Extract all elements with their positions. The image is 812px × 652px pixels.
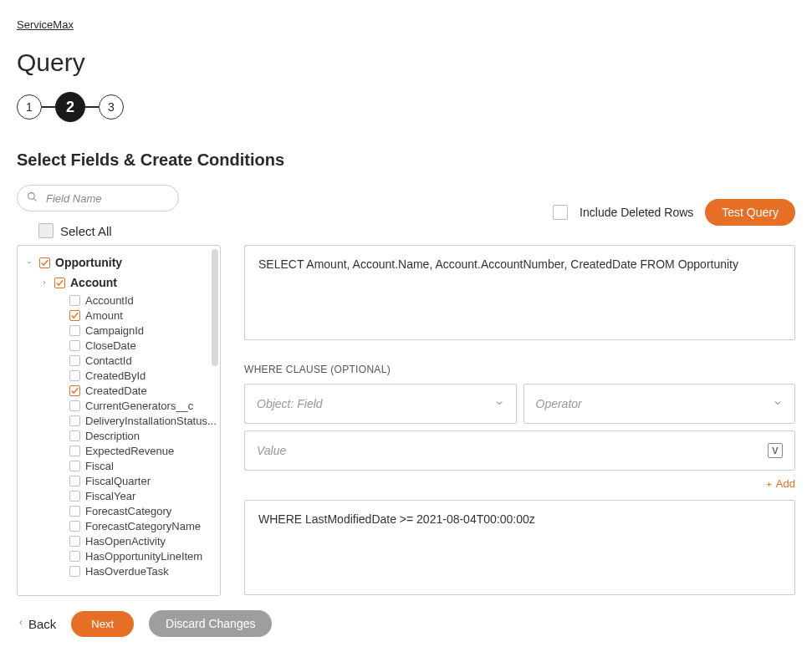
tree-field[interactable]: HasOpenActivity	[26, 533, 217, 548]
stepper: 1 2 3	[17, 92, 795, 122]
tree-field[interactable]: CurrentGenerators__c	[26, 398, 217, 413]
back-button[interactable]: Back	[17, 617, 56, 631]
tree-field[interactable]: CreatedById	[26, 368, 217, 383]
field-label: CreatedById	[85, 369, 146, 382]
field-checkbox[interactable]	[69, 536, 80, 547]
field-label: CurrentGenerators__c	[85, 400, 193, 412]
field-checkbox[interactable]	[69, 340, 80, 351]
tree-node-account[interactable]: Account	[26, 273, 217, 293]
field-label: CampaignId	[85, 324, 144, 337]
step-3[interactable]: 3	[99, 94, 124, 120]
field-checkbox[interactable]	[69, 295, 80, 306]
field-checkbox[interactable]	[69, 506, 80, 517]
query-preview: SELECT Amount, Account.Name, Account.Acc…	[244, 245, 795, 340]
tree-field[interactable]: CampaignId	[26, 323, 217, 338]
next-button[interactable]: Next	[71, 611, 134, 637]
field-label: Account	[70, 276, 117, 289]
field-label: Description	[85, 430, 140, 442]
field-tree: OpportunityAccountAccountIdAmountCampaig…	[17, 245, 221, 596]
value-variable-icon[interactable]: V	[768, 443, 783, 458]
field-label: FiscalQuarter	[85, 475, 151, 487]
step-connector	[42, 106, 55, 108]
field-label: ExpectedRevenue	[85, 445, 174, 457]
where-clause-heading: WHERE CLAUSE (OPTIONAL)	[244, 364, 795, 375]
field-checkbox[interactable]	[69, 491, 80, 502]
field-label: Opportunity	[55, 256, 122, 269]
operator-select[interactable]: Operator	[523, 384, 796, 424]
field-checkbox[interactable]	[69, 325, 80, 336]
field-checkbox[interactable]	[69, 385, 80, 396]
field-label: HasOverdueTask	[85, 565, 169, 578]
include-deleted-checkbox[interactable]	[553, 205, 568, 220]
select-all-label: Select All	[60, 224, 112, 238]
field-checkbox[interactable]	[69, 310, 80, 321]
page-title: Query	[17, 48, 795, 77]
breadcrumb[interactable]: ServiceMax	[17, 18, 74, 31]
field-label: DeliveryInstallationStatus...	[85, 415, 217, 427]
field-checkbox[interactable]	[69, 355, 80, 366]
tree-field[interactable]: HasOverdueTask	[26, 563, 217, 578]
field-checkbox[interactable]	[69, 461, 80, 471]
step-1[interactable]: 1	[17, 94, 42, 120]
tree-node-opportunity[interactable]: Opportunity	[26, 252, 217, 273]
field-label: HasOpportunityLineItem	[85, 550, 202, 563]
tree-scrollbar[interactable]	[212, 249, 218, 366]
tree-field[interactable]: Fiscal	[26, 458, 217, 473]
tree-field[interactable]: ExpectedRevenue	[26, 443, 217, 458]
tree-field[interactable]: Amount	[26, 308, 217, 323]
section-heading: Select Fields & Create Conditions	[17, 150, 795, 170]
add-condition-button[interactable]: + Add	[244, 477, 795, 490]
field-checkbox[interactable]	[69, 521, 80, 532]
tree-field[interactable]: FiscalYear	[26, 488, 217, 503]
tree-field[interactable]: AccountId	[26, 293, 217, 308]
field-checkbox[interactable]	[39, 257, 50, 268]
plus-icon: +	[767, 479, 772, 489]
field-checkbox[interactable]	[69, 446, 80, 456]
test-query-button[interactable]: Test Query	[705, 199, 795, 226]
back-label: Back	[28, 617, 56, 631]
field-label: AccountId	[85, 294, 134, 307]
chevron-left-icon	[17, 618, 25, 629]
tree-field[interactable]: CreatedDate	[26, 383, 217, 398]
tree-field[interactable]: Description	[26, 428, 217, 443]
tree-field[interactable]: DeliveryInstallationStatus...	[26, 413, 217, 428]
value-placeholder: Value	[257, 444, 286, 457]
add-label: Add	[776, 477, 795, 490]
tree-field[interactable]: FiscalQuarter	[26, 473, 217, 488]
field-label: FiscalYear	[85, 490, 135, 502]
field-label: CloseDate	[85, 339, 136, 352]
search-icon	[27, 191, 38, 206]
chevron-down-icon[interactable]	[26, 258, 34, 267]
field-checkbox[interactable]	[69, 430, 80, 441]
field-checkbox[interactable]	[54, 278, 65, 288]
field-label: Amount	[85, 309, 123, 322]
field-checkbox[interactable]	[69, 370, 80, 381]
svg-point-0	[28, 193, 35, 200]
field-label: HasOpenActivity	[85, 535, 166, 548]
chevron-right-icon[interactable]	[41, 278, 49, 288]
discard-changes-button[interactable]: Discard Changes	[149, 610, 272, 637]
tree-field[interactable]: HasOpportunityLineItem	[26, 548, 217, 563]
chevron-down-icon	[494, 397, 504, 410]
svg-line-1	[33, 198, 36, 201]
field-checkbox[interactable]	[69, 551, 80, 562]
field-checkbox[interactable]	[69, 415, 80, 426]
where-preview: WHERE LastModifiedDate >= 2021-08-04T00:…	[244, 500, 795, 595]
include-deleted-label: Include Deleted Rows	[580, 206, 693, 219]
object-field-select[interactable]: Object: Field	[244, 384, 517, 424]
value-input[interactable]: Value V	[244, 430, 795, 471]
field-label: Fiscal	[85, 460, 114, 472]
tree-field[interactable]: ForecastCategory	[26, 503, 217, 518]
tree-field[interactable]: ForecastCategoryName	[26, 518, 217, 533]
field-checkbox[interactable]	[69, 400, 80, 411]
field-label: ForecastCategoryName	[85, 520, 201, 532]
field-checkbox[interactable]	[69, 476, 80, 486]
search-input[interactable]	[17, 185, 179, 211]
tree-field[interactable]: CloseDate	[26, 338, 217, 353]
select-all-checkbox[interactable]	[38, 223, 54, 238]
step-2[interactable]: 2	[55, 92, 85, 122]
tree-field[interactable]: ContactId	[26, 353, 217, 368]
field-label: ForecastCategory	[85, 505, 171, 517]
field-checkbox[interactable]	[69, 566, 80, 577]
object-field-placeholder: Object: Field	[257, 397, 323, 410]
